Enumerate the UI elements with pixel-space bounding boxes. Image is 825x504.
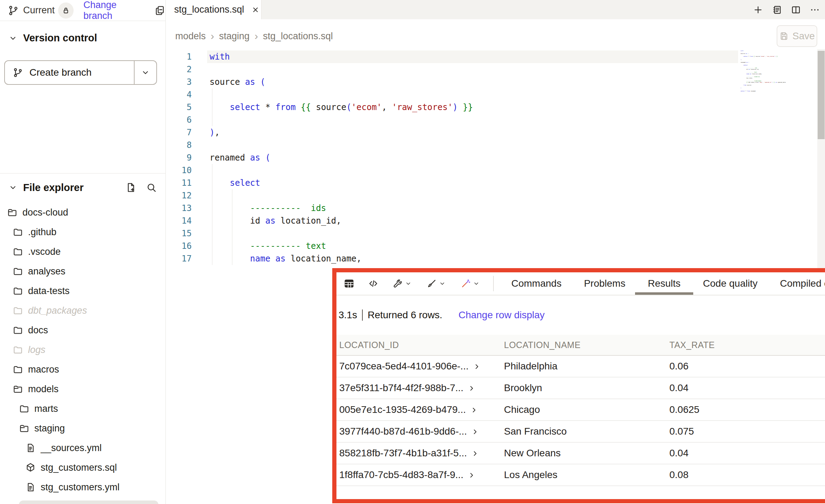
file-tree-item-models[interactable]: models: [0, 379, 165, 399]
code-line-4: 4: [166, 88, 825, 101]
code-view-icon[interactable]: [368, 278, 379, 289]
indent-guide: [232, 214, 232, 227]
line-number: 4: [166, 88, 192, 101]
indent-guide: [212, 202, 212, 214]
file-tree-item-macros[interactable]: macros: [0, 360, 165, 379]
file-tree-item-logs[interactable]: logs: [0, 340, 165, 360]
file-tree-item-marts[interactable]: marts: [0, 399, 165, 418]
code-line-5: 5 select * from {{ source('ecom', 'raw_s…: [166, 101, 825, 114]
toolbar-divider: [493, 276, 494, 291]
code-line-8: 8: [166, 139, 825, 151]
more-options-icon[interactable]: [810, 5, 820, 15]
folder-icon: [13, 286, 23, 296]
table-view-icon[interactable]: [343, 278, 355, 289]
indent-guide: [212, 164, 212, 177]
indent-guide: [212, 214, 212, 227]
folder-icon: [13, 246, 23, 257]
code-text: ---------- text: [210, 240, 326, 252]
code-editor[interactable]: 1with23source as (45 select * from {{ so…: [166, 49, 825, 268]
file-tree-item-label: macros: [28, 364, 59, 375]
cell-location-name: Philadelphia: [504, 361, 669, 372]
code-text: source as (: [210, 76, 265, 88]
file-tree-item-staging[interactable]: staging: [0, 418, 165, 438]
cell-location-name: Chicago: [504, 404, 669, 415]
copy-icon[interactable]: [154, 5, 165, 16]
panel-tab-problems[interactable]: Problems: [584, 272, 625, 295]
folder-icon: [13, 305, 23, 316]
file-tree-item-dbt-packages[interactable]: dbt_packages: [0, 301, 165, 320]
file-tree-item-stg-customers-sql[interactable]: stg_customers.sql: [0, 458, 165, 477]
breadcrumb-item[interactable]: stg_locations.sql: [263, 31, 333, 42]
change-row-display-link[interactable]: Change row display: [458, 309, 545, 321]
branch-topbar: Current Change branch: [0, 0, 165, 21]
expand-cell-icon[interactable]: [473, 362, 481, 370]
breadcrumb-item[interactable]: staging: [219, 31, 250, 42]
sidebar: Current Change branch Version control Cr…: [0, 0, 166, 504]
panel-tab-commands[interactable]: Commands: [511, 272, 561, 295]
code-line-12: 12: [166, 189, 825, 202]
file-tree-item-label: dbt_packages: [28, 305, 87, 316]
tab-stg-locations[interactable]: stg_locations.sql: [166, 0, 261, 19]
folder-icon: [13, 266, 23, 277]
code-line-1: 1with: [166, 50, 825, 63]
indent-guide: [232, 227, 232, 240]
code-line-15: 15: [166, 227, 825, 240]
results-table: LOCATION_IDLOCATION_NAMETAX_RATEOPENED_D…: [336, 335, 825, 486]
search-icon[interactable]: [146, 182, 157, 193]
file-tree-selected-item[interactable]: [19, 500, 158, 504]
new-file-icon[interactable]: [125, 182, 137, 193]
tab-title: stg_locations.sql: [174, 4, 244, 15]
file-tree-item--github[interactable]: .github: [0, 222, 165, 242]
editor-tab-bar: stg_locations.sql: [166, 0, 825, 19]
chevron-down-icon: [8, 34, 18, 43]
file-tree-item-stg-customers-yml[interactable]: stg_customers.yml: [0, 477, 165, 497]
build-tool-group[interactable]: [393, 278, 412, 289]
expand-cell-icon[interactable]: [471, 427, 479, 436]
expand-cell-icon[interactable]: [470, 406, 478, 414]
file-explorer-section-header: File explorer: [8, 179, 157, 196]
panel-tab-results[interactable]: Results: [648, 272, 680, 295]
new-tab-plus-icon[interactable]: [753, 5, 763, 15]
chevron-down-icon[interactable]: [8, 183, 18, 192]
create-branch-main[interactable]: Create branch: [5, 61, 134, 84]
breadcrumb-item[interactable]: models: [175, 31, 206, 42]
expand-cell-icon[interactable]: [471, 449, 479, 457]
git-branch-icon: [8, 5, 19, 16]
save-button[interactable]: Save: [777, 25, 817, 47]
close-icon[interactable]: [251, 6, 260, 14]
file-tree-item-label: data-tests: [28, 286, 70, 297]
expand-cell-icon[interactable]: [468, 384, 476, 392]
editor-minimap[interactable]: with source as ( select * from {{ source…: [741, 50, 808, 94]
panel-tabs: CommandsProblemsResultsCode qualityCompi…: [511, 272, 825, 295]
cell-tax-rate: 0.0625: [669, 404, 825, 415]
folder-open-icon: [7, 207, 18, 218]
cell-location-id: 37e5f311-b7f4-4f2f-988b-7...: [339, 382, 504, 394]
indent-guide: [212, 189, 212, 202]
table-row: 858218fb-73f7-4b1b-a31f-5...New Orleans0…: [336, 443, 825, 464]
file-tree-item--vscode[interactable]: .vscode: [0, 242, 165, 261]
change-branch-link[interactable]: Change branch: [83, 0, 145, 21]
file-tree-item-analyses[interactable]: analyses: [0, 261, 165, 281]
notebook-panel-icon[interactable]: [772, 5, 782, 15]
split-view-icon[interactable]: [791, 5, 801, 15]
create-branch-dropdown[interactable]: [134, 61, 156, 84]
version-control-section-header[interactable]: Version control: [8, 32, 97, 44]
file-tree-item-docs-cloud[interactable]: docs-cloud: [0, 203, 165, 222]
model-icon: [25, 462, 36, 473]
cell-location-name: San Francisco: [504, 426, 669, 437]
line-number: 3: [166, 76, 192, 88]
file-tree-item-data-tests[interactable]: data-tests: [0, 281, 165, 301]
code-line-13: 13 ---------- ids: [166, 202, 825, 214]
query-time: 3.1s: [339, 309, 357, 321]
format-tool-group[interactable]: [427, 278, 446, 289]
panel-tab-compiled-code[interactable]: Compiled code: [780, 272, 825, 295]
lock-icon: [61, 6, 70, 15]
chevron-down-icon: [473, 280, 480, 287]
panel-tab-code-quality[interactable]: Code quality: [703, 272, 758, 295]
file-tree-item--sources-yml[interactable]: __sources.yml: [0, 438, 165, 458]
editor-scrollbar-thumb[interactable]: [818, 51, 825, 139]
expand-cell-icon[interactable]: [468, 471, 476, 479]
file-tree-item-docs[interactable]: docs: [0, 320, 165, 340]
save-floppy-icon: [779, 31, 789, 41]
ai-fix-tool-group[interactable]: [461, 278, 480, 289]
